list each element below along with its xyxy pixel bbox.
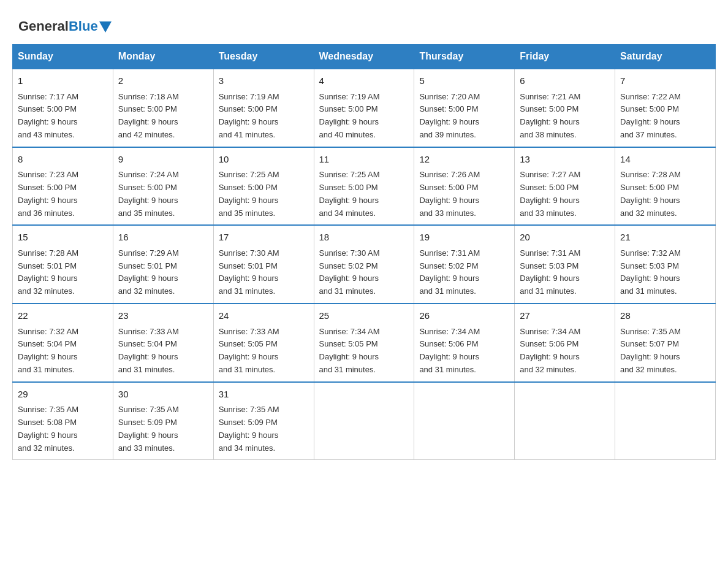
day-number: 18 — [319, 231, 409, 245]
page-header: General Blue — [12, 12, 716, 34]
day-number: 23 — [118, 309, 208, 323]
logo-triangle-icon — [99, 21, 112, 33]
calendar-table: SundayMondayTuesdayWednesdayThursdayFrid… — [12, 44, 716, 460]
calendar-cell: 17 Sunrise: 7:30 AM Sunset: 5:01 PM Dayl… — [213, 225, 314, 304]
calendar-cell: 7 Sunrise: 7:22 AM Sunset: 5:00 PM Dayli… — [615, 69, 716, 147]
day-number: 12 — [419, 153, 509, 167]
day-number: 24 — [219, 309, 309, 323]
calendar-week-row: 8 Sunrise: 7:23 AM Sunset: 5:00 PM Dayli… — [13, 147, 716, 226]
day-info: Sunrise: 7:23 AM Sunset: 5:00 PM Dayligh… — [18, 169, 108, 220]
day-info: Sunrise: 7:19 AM Sunset: 5:00 PM Dayligh… — [219, 91, 309, 142]
day-info: Sunrise: 7:28 AM Sunset: 5:00 PM Dayligh… — [620, 169, 710, 220]
calendar-cell: 4 Sunrise: 7:19 AM Sunset: 5:00 PM Dayli… — [314, 69, 414, 147]
day-number: 2 — [118, 74, 208, 88]
calendar-cell: 27 Sunrise: 7:34 AM Sunset: 5:06 PM Dayl… — [515, 304, 615, 382]
calendar-cell: 9 Sunrise: 7:24 AM Sunset: 5:00 PM Dayli… — [113, 147, 213, 226]
calendar-cell: 5 Sunrise: 7:20 AM Sunset: 5:00 PM Dayli… — [414, 69, 515, 147]
day-number: 28 — [620, 309, 710, 323]
day-number: 22 — [18, 309, 108, 323]
day-number: 3 — [219, 74, 309, 88]
day-info: Sunrise: 7:31 AM Sunset: 5:03 PM Dayligh… — [520, 247, 610, 298]
calendar-cell: 12 Sunrise: 7:26 AM Sunset: 5:00 PM Dayl… — [414, 147, 515, 226]
day-info: Sunrise: 7:32 AM Sunset: 5:04 PM Dayligh… — [18, 326, 108, 377]
day-number: 1 — [18, 74, 108, 88]
calendar-cell: 31 Sunrise: 7:35 AM Sunset: 5:09 PM Dayl… — [213, 382, 314, 460]
day-number: 31 — [219, 388, 309, 402]
day-info: Sunrise: 7:33 AM Sunset: 5:04 PM Dayligh… — [118, 326, 208, 377]
day-number: 30 — [118, 388, 208, 402]
calendar-cell: 16 Sunrise: 7:29 AM Sunset: 5:01 PM Dayl… — [113, 225, 213, 304]
column-header-wednesday: Wednesday — [314, 45, 414, 69]
day-number: 29 — [18, 388, 108, 402]
column-header-monday: Monday — [113, 45, 213, 69]
day-number: 7 — [620, 74, 710, 88]
day-info: Sunrise: 7:21 AM Sunset: 5:00 PM Dayligh… — [520, 91, 610, 142]
calendar-cell: 2 Sunrise: 7:18 AM Sunset: 5:00 PM Dayli… — [113, 69, 213, 147]
day-info: Sunrise: 7:28 AM Sunset: 5:01 PM Dayligh… — [18, 247, 108, 298]
calendar-cell: 21 Sunrise: 7:32 AM Sunset: 5:03 PM Dayl… — [615, 225, 716, 304]
day-info: Sunrise: 7:27 AM Sunset: 5:00 PM Dayligh… — [520, 169, 610, 220]
calendar-cell — [615, 382, 716, 460]
logo-blue-text: Blue — [69, 18, 98, 34]
day-number: 25 — [319, 309, 409, 323]
column-header-sunday: Sunday — [13, 45, 113, 69]
calendar-week-row: 15 Sunrise: 7:28 AM Sunset: 5:01 PM Dayl… — [13, 225, 716, 304]
column-header-friday: Friday — [515, 45, 615, 69]
calendar-cell: 11 Sunrise: 7:25 AM Sunset: 5:00 PM Dayl… — [314, 147, 414, 226]
logo: General Blue — [18, 18, 112, 34]
calendar-week-row: 29 Sunrise: 7:35 AM Sunset: 5:08 PM Dayl… — [13, 382, 716, 460]
day-number: 8 — [18, 153, 108, 167]
day-number: 10 — [219, 153, 309, 167]
day-info: Sunrise: 7:34 AM Sunset: 5:06 PM Dayligh… — [419, 326, 509, 377]
day-number: 26 — [419, 309, 509, 323]
calendar-cell: 30 Sunrise: 7:35 AM Sunset: 5:09 PM Dayl… — [113, 382, 213, 460]
day-info: Sunrise: 7:17 AM Sunset: 5:00 PM Dayligh… — [18, 91, 108, 142]
calendar-cell: 26 Sunrise: 7:34 AM Sunset: 5:06 PM Dayl… — [414, 304, 515, 382]
day-number: 9 — [118, 153, 208, 167]
day-number: 11 — [319, 153, 409, 167]
day-info: Sunrise: 7:22 AM Sunset: 5:00 PM Dayligh… — [620, 91, 710, 142]
column-header-thursday: Thursday — [414, 45, 515, 69]
calendar-cell: 8 Sunrise: 7:23 AM Sunset: 5:00 PM Dayli… — [13, 147, 113, 226]
day-number: 6 — [520, 74, 610, 88]
day-info: Sunrise: 7:24 AM Sunset: 5:00 PM Dayligh… — [118, 169, 208, 220]
day-info: Sunrise: 7:34 AM Sunset: 5:05 PM Dayligh… — [319, 326, 409, 377]
day-number: 5 — [419, 74, 509, 88]
calendar-cell: 13 Sunrise: 7:27 AM Sunset: 5:00 PM Dayl… — [515, 147, 615, 226]
calendar-cell: 18 Sunrise: 7:30 AM Sunset: 5:02 PM Dayl… — [314, 225, 414, 304]
day-info: Sunrise: 7:18 AM Sunset: 5:00 PM Dayligh… — [118, 91, 208, 142]
calendar-cell: 1 Sunrise: 7:17 AM Sunset: 5:00 PM Dayli… — [13, 69, 113, 147]
column-header-saturday: Saturday — [615, 45, 716, 69]
calendar-cell: 23 Sunrise: 7:33 AM Sunset: 5:04 PM Dayl… — [113, 304, 213, 382]
day-info: Sunrise: 7:30 AM Sunset: 5:01 PM Dayligh… — [219, 247, 309, 298]
day-info: Sunrise: 7:25 AM Sunset: 5:00 PM Dayligh… — [219, 169, 309, 220]
calendar-cell: 25 Sunrise: 7:34 AM Sunset: 5:05 PM Dayl… — [314, 304, 414, 382]
day-info: Sunrise: 7:34 AM Sunset: 5:06 PM Dayligh… — [520, 326, 610, 377]
day-number: 17 — [219, 231, 309, 245]
calendar-cell: 10 Sunrise: 7:25 AM Sunset: 5:00 PM Dayl… — [213, 147, 314, 226]
calendar-header-row: SundayMondayTuesdayWednesdayThursdayFrid… — [13, 45, 716, 69]
day-number: 4 — [319, 74, 409, 88]
calendar-cell: 15 Sunrise: 7:28 AM Sunset: 5:01 PM Dayl… — [13, 225, 113, 304]
calendar-cell: 24 Sunrise: 7:33 AM Sunset: 5:05 PM Dayl… — [213, 304, 314, 382]
day-number: 20 — [520, 231, 610, 245]
calendar-cell: 20 Sunrise: 7:31 AM Sunset: 5:03 PM Dayl… — [515, 225, 615, 304]
calendar-cell: 29 Sunrise: 7:35 AM Sunset: 5:08 PM Dayl… — [13, 382, 113, 460]
day-info: Sunrise: 7:33 AM Sunset: 5:05 PM Dayligh… — [219, 326, 309, 377]
day-info: Sunrise: 7:31 AM Sunset: 5:02 PM Dayligh… — [419, 247, 509, 298]
calendar-cell — [515, 382, 615, 460]
day-info: Sunrise: 7:19 AM Sunset: 5:00 PM Dayligh… — [319, 91, 409, 142]
calendar-cell: 19 Sunrise: 7:31 AM Sunset: 5:02 PM Dayl… — [414, 225, 515, 304]
calendar-cell: 6 Sunrise: 7:21 AM Sunset: 5:00 PM Dayli… — [515, 69, 615, 147]
day-number: 16 — [118, 231, 208, 245]
day-number: 21 — [620, 231, 710, 245]
day-number: 19 — [419, 231, 509, 245]
day-number: 15 — [18, 231, 108, 245]
day-info: Sunrise: 7:25 AM Sunset: 5:00 PM Dayligh… — [319, 169, 409, 220]
calendar-cell: 28 Sunrise: 7:35 AM Sunset: 5:07 PM Dayl… — [615, 304, 716, 382]
day-info: Sunrise: 7:20 AM Sunset: 5:00 PM Dayligh… — [419, 91, 509, 142]
day-info: Sunrise: 7:35 AM Sunset: 5:07 PM Dayligh… — [620, 326, 710, 377]
day-info: Sunrise: 7:29 AM Sunset: 5:01 PM Dayligh… — [118, 247, 208, 298]
day-info: Sunrise: 7:35 AM Sunset: 5:09 PM Dayligh… — [118, 404, 208, 454]
calendar-cell — [414, 382, 515, 460]
